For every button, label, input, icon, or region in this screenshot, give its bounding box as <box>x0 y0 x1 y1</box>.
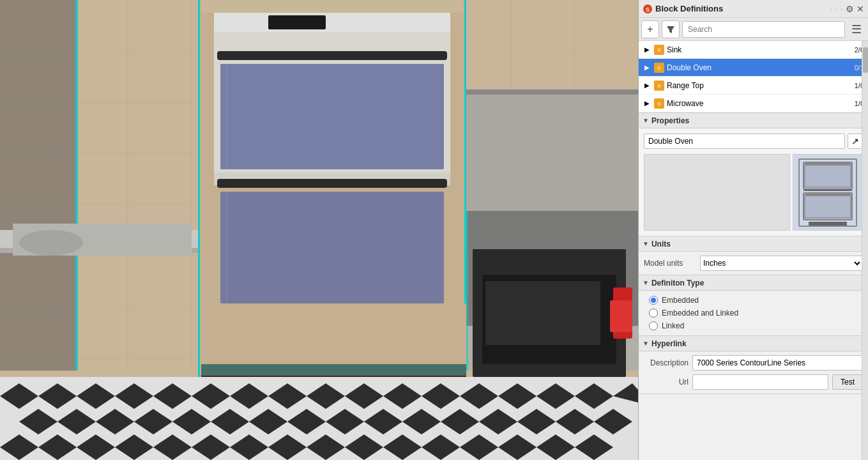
svg-text:B: B <box>658 66 661 70</box>
units-row: Model units Inches Feet Millimeters Cent… <box>639 252 868 275</box>
radio-embedded-linked[interactable] <box>649 309 658 318</box>
svg-rect-30 <box>217 51 447 60</box>
block-item-sink[interactable]: ▶ B Sink 2/0 <box>639 41 868 59</box>
scrollbar-thumb[interactable] <box>863 47 868 73</box>
svg-rect-127 <box>805 193 850 196</box>
expand-icon-double-oven[interactable]: ▶ <box>643 63 651 72</box>
svg-rect-17 <box>0 0 77 371</box>
add-button[interactable]: + <box>641 20 659 38</box>
svg-rect-99 <box>485 281 600 345</box>
definition-type-chevron-icon: ▼ <box>643 279 649 286</box>
svg-text:B: B <box>658 84 661 88</box>
preview-image-pane <box>793 154 863 231</box>
svg-rect-36 <box>220 192 444 303</box>
svg-rect-31 <box>220 64 444 169</box>
block-item-double-oven[interactable]: ▶ B Double Oven 0/1 <box>639 59 868 77</box>
panel-app-icon: S <box>643 4 653 14</box>
test-button[interactable]: Test <box>832 374 863 390</box>
block-name-range-top: Range Top <box>667 81 852 90</box>
property-name-input[interactable] <box>644 134 845 149</box>
block-name-double-oven: Double Oven <box>667 63 852 72</box>
definition-type-content: Embedded Embedded and Linked Linked <box>639 291 868 335</box>
hyperlink-section: ▼ Hyperlink Description Url Test <box>639 336 868 394</box>
definition-type-section: ▼ Definiton Type Embedded Embedded and L… <box>639 275 868 336</box>
svg-point-22 <box>19 230 83 256</box>
scrollbar-track[interactable] <box>862 41 868 460</box>
preview-area <box>644 154 863 231</box>
radio-label-embedded: Embedded <box>662 296 699 305</box>
block-item-range-top[interactable]: ▶ B Range Top 1/0 <box>639 77 868 95</box>
radio-row-embedded-linked: Embedded and Linked <box>649 309 863 318</box>
model-units-label: Model units <box>644 259 695 268</box>
panel-header: S Block Definitions · · · ⚙ ✕ <box>639 0 868 18</box>
viewport[interactable] <box>0 0 638 460</box>
radio-label-linked: Linked <box>662 321 684 330</box>
svg-rect-128 <box>809 222 847 226</box>
svg-rect-24 <box>198 0 200 383</box>
block-list: ▶ B Sink 2/0 ▶ B Double Oven 0/1 ▶ <box>639 41 868 113</box>
menu-button[interactable]: ☰ <box>848 20 865 38</box>
expand-button[interactable]: ↗ <box>848 134 863 149</box>
svg-text:S: S <box>646 6 650 13</box>
svg-text:B: B <box>658 48 661 52</box>
svg-rect-26 <box>201 0 463 13</box>
definition-type-header[interactable]: ▼ Definiton Type <box>639 275 868 291</box>
block-color-icon-double-oven: B <box>654 63 664 73</box>
svg-rect-39 <box>201 364 466 377</box>
expand-icon-range-top[interactable]: ▶ <box>643 81 651 90</box>
properties-section-title: Properties <box>651 116 689 125</box>
toolbar: + ☰ <box>639 18 868 41</box>
panel-drag-handle: · · · <box>830 5 843 13</box>
url-input[interactable] <box>692 374 828 390</box>
units-section-header[interactable]: ▼ Units <box>639 236 868 252</box>
expand-icon-sink[interactable]: ▶ <box>643 45 651 54</box>
svg-rect-18 <box>75 0 78 371</box>
properties-chevron-icon: ▼ <box>643 117 649 124</box>
panel-content: ▶ B Sink 2/0 ▶ B Double Oven 0/1 ▶ <box>639 41 868 460</box>
preview-empty-pane <box>644 154 790 231</box>
svg-marker-111 <box>667 26 674 33</box>
svg-rect-98 <box>610 300 632 332</box>
hyperlink-chevron-icon: ▼ <box>643 340 649 347</box>
definition-type-title: Definiton Type <box>651 279 704 288</box>
radio-row-embedded: Embedded <box>649 296 863 305</box>
properties-section: ▼ Properties ↗ <box>639 113 868 236</box>
hyperlink-section-header[interactable]: ▼ Hyperlink <box>639 336 868 351</box>
hyperlink-content: Description Url Test <box>639 351 868 394</box>
properties-section-header[interactable]: ▼ Properties <box>639 113 868 128</box>
units-select[interactable]: Inches Feet Millimeters Centimeters Mete… <box>700 256 863 271</box>
radio-linked[interactable] <box>649 321 658 330</box>
description-row: Description <box>644 355 863 371</box>
settings-icon[interactable]: ⚙ <box>846 4 854 14</box>
svg-rect-122 <box>805 164 851 187</box>
filter-button[interactable] <box>662 20 680 38</box>
svg-rect-108 <box>466 95 638 211</box>
block-color-icon-microwave: B <box>654 98 664 109</box>
radio-label-embedded-linked: Embedded and Linked <box>662 309 738 318</box>
expand-icon-microwave[interactable]: ▶ <box>643 99 651 108</box>
panel-title: Block Definitions <box>655 4 828 13</box>
block-color-icon-sink: B <box>654 45 664 55</box>
svg-rect-35 <box>217 179 447 188</box>
block-name-sink: Sink <box>667 45 852 54</box>
radio-row-linked: Linked <box>649 321 863 330</box>
svg-text:B: B <box>658 102 661 106</box>
units-section: ▼ Units Model units Inches Feet Millimet… <box>639 236 868 275</box>
block-name-microwave: Microwave <box>667 99 852 108</box>
close-icon[interactable]: ✕ <box>857 4 864 14</box>
property-name-row: ↗ <box>644 134 863 149</box>
units-chevron-icon: ▼ <box>643 240 649 247</box>
svg-rect-125 <box>805 195 851 218</box>
svg-rect-28 <box>268 15 326 29</box>
units-section-title: Units <box>651 240 671 249</box>
hyperlink-section-title: Hyperlink <box>651 339 687 348</box>
block-item-microwave[interactable]: ▶ B Microwave 1/0 <box>639 95 868 112</box>
svg-rect-27 <box>214 13 450 32</box>
description-label: Description <box>644 358 689 367</box>
url-row: Url Test <box>644 374 863 390</box>
radio-embedded[interactable] <box>649 296 658 305</box>
properties-content: ↗ <box>639 128 868 236</box>
block-definitions-panel: S Block Definitions · · · ⚙ ✕ + ☰ ▶ B Si… <box>638 0 868 460</box>
search-input[interactable] <box>682 21 845 38</box>
description-input[interactable] <box>692 355 863 371</box>
